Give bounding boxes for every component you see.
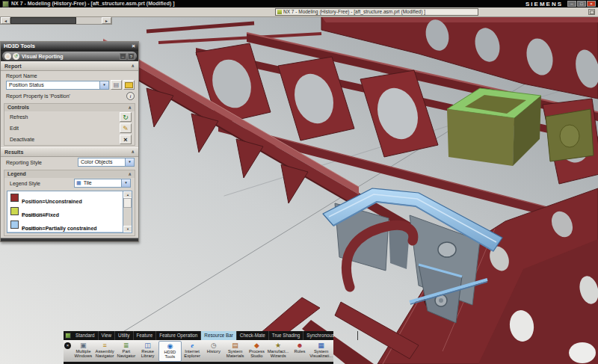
tab-feature-operation[interactable]: Feature Operation <box>156 331 201 340</box>
assembly-navigator-icon: ≡ <box>102 342 106 349</box>
reuse-library-icon: ◫ <box>144 342 151 349</box>
reset-icon[interactable]: ↺ <box>13 53 19 60</box>
process-studio-button[interactable]: ◆ Process Studio <box>246 341 268 362</box>
tab-utility[interactable]: Utility <box>115 331 133 340</box>
visual-reporting-bar: ⌂ ↺ Visual Reporting – ? <box>1 51 138 61</box>
dropdown-arrow-icon[interactable]: ▼ <box>121 179 130 187</box>
mdi-doc-icon <box>277 10 282 14</box>
panel-title: HD3D Tools <box>4 42 35 51</box>
panel-resize-handle[interactable] <box>1 238 138 241</box>
toolbar-tabs: Standard View Utility Feature Feature Op… <box>64 331 333 340</box>
color-swatch <box>10 207 19 215</box>
panel-titlebar[interactable]: HD3D Tools × <box>1 42 138 51</box>
tab-standard[interactable]: Standard <box>73 331 99 340</box>
legend-style-label: Legend Style <box>10 181 74 186</box>
collapse-icon[interactable]: ∧ <box>128 104 132 111</box>
color-swatch <box>10 194 19 202</box>
system-materials-icon: ▤ <box>232 342 238 349</box>
dropdown-arrow-icon[interactable]: ▼ <box>125 158 134 166</box>
mdi-child-title[interactable]: NX 7 - Modeling (History-Free) - [aft_st… <box>275 8 478 16</box>
tab-synchronous-modeling[interactable]: Synchronous Modeling <box>303 331 358 340</box>
part-navigator-icon: ≣ <box>123 342 129 349</box>
internet-explorer-icon: e <box>191 342 194 349</box>
app-titlebar: NX 7 - Modeling (History-Free) - [aft_st… <box>0 0 598 7</box>
section-controls[interactable]: Controls ∧ <box>4 104 135 111</box>
system-visualization-icon: ▦ <box>318 342 324 349</box>
hd3d-tools-button[interactable]: ◉ HD3D Tools <box>158 341 182 362</box>
visual-reporting-title: Visual Reporting <box>22 54 64 59</box>
process-studio-icon: ◆ <box>254 342 259 349</box>
controls-group: Controls ∧ Refresh ↻ Edit ✎ Deactivate × <box>4 103 135 146</box>
tab-resource-bar[interactable]: Resource Bar <box>201 331 237 340</box>
legend-group: Legend ∧ Legend Style ▦ Tile ▼ Position=… <box>4 170 135 236</box>
tab-view[interactable]: View <box>99 331 116 340</box>
legend-list[interactable]: Position=Unconstrained Count=316 Positio… <box>7 191 132 233</box>
scroll-left-button[interactable]: ◄ <box>1 17 10 24</box>
nx-tab-icon <box>65 333 71 339</box>
history-button[interactable]: ◷ History <box>203 341 225 362</box>
legend-style-select[interactable]: ▦ Tile ▼ <box>74 179 131 188</box>
mdi-title-text: NX 7 - Modeling (History-Free) - [aft_st… <box>283 9 425 15</box>
deactivate-button[interactable]: × <box>120 135 132 144</box>
reporting-style-select[interactable]: Color Objects ▼ <box>78 158 135 167</box>
section-results[interactable]: Results ∧ <box>1 147 138 157</box>
mdi-restore-icon[interactable] <box>588 9 595 15</box>
info-icon[interactable]: i <box>126 92 135 100</box>
refresh-button[interactable]: ↻ <box>120 112 132 122</box>
panel-close-icon[interactable]: × <box>132 42 135 51</box>
report-name-select[interactable]: Position Status ▼ <box>6 81 109 90</box>
legend-scrollbar[interactable]: ▲ ▼ <box>123 191 132 232</box>
multiple-windows-icon: ▣ <box>80 342 87 349</box>
multiple-windows-button[interactable]: ▣ Multiple Windows <box>73 341 94 362</box>
system-materials-button[interactable]: ▤ System Materials <box>224 341 246 362</box>
hd3d-tools-icon: ◉ <box>167 342 173 350</box>
toolbar-close-icon[interactable]: × <box>64 342 71 349</box>
legend-item-unconstrained[interactable]: Position=Unconstrained Count=316 <box>7 191 132 205</box>
home-icon[interactable]: ⌂ <box>4 53 11 60</box>
color-swatch <box>10 220 19 229</box>
manufacturing-wizards-button[interactable]: ★ Manufact... Wizards <box>268 341 289 362</box>
reuse-library-button[interactable]: ◫ Reuse Library <box>137 341 158 362</box>
legend-item-partially-constrained[interactable]: Position=Partially constrained Count=10 <box>7 218 132 232</box>
scrollbar-thumb[interactable] <box>123 198 132 208</box>
tile-icon: ▦ <box>76 179 81 187</box>
window-title: NX 7 - Modeling (History-Free) - [aft_st… <box>11 0 175 7</box>
toolbar-buttons: × ▣ Multiple Windows ≡ Assembly Navigato… <box>64 340 333 364</box>
roles-icon: ☻ <box>296 342 303 349</box>
collapse-icon[interactable]: ∧ <box>131 148 135 156</box>
manufacturing-wizards-icon: ★ <box>275 342 281 349</box>
tab-true-shading[interactable]: True Shading <box>269 331 304 340</box>
section-report[interactable]: Report ∧ <box>1 61 138 71</box>
collapse-icon[interactable]: ∧ <box>128 170 132 178</box>
minimize-button[interactable]: – <box>567 1 576 7</box>
restore-button[interactable]: □ <box>577 1 586 7</box>
report-name-label: Report Name <box>1 71 138 79</box>
tab-feature[interactable]: Feature <box>134 331 157 340</box>
nx-logo-icon <box>2 1 9 7</box>
part-navigator-button[interactable]: ≣ Part Navigator <box>116 341 138 362</box>
close-button[interactable]: × <box>587 1 596 7</box>
new-report-button[interactable]: ▤ <box>111 80 122 90</box>
dropdown-arrow-icon[interactable]: ▼ <box>99 81 108 89</box>
assembly-navigator-button[interactable]: ≡ Assembly Navigator <box>94 341 116 362</box>
panel-minimize-icon[interactable]: – <box>120 53 126 60</box>
reporting-style-label: Reporting Style <box>6 160 78 165</box>
top-scrollbar[interactable]: ◄ ► <box>0 16 112 25</box>
window-strip: NX 7 - Modeling (History-Free) - [aft_st… <box>0 7 598 17</box>
report-property-text: Report Property is 'Position' <box>6 93 126 99</box>
section-legend[interactable]: Legend ∧ <box>4 170 135 178</box>
scroll-right-button[interactable]: ► <box>102 17 111 24</box>
scroll-down-icon[interactable]: ▼ <box>123 226 132 232</box>
system-visualization-button[interactable]: ▦ System Visualizati... <box>310 341 332 362</box>
panel-help-icon[interactable]: ? <box>128 53 135 60</box>
scroll-up-icon[interactable]: ▲ <box>123 191 132 198</box>
edit-button[interactable]: ✎ <box>120 123 132 133</box>
scrollbar-handle[interactable] <box>10 17 76 24</box>
internet-explorer-button[interactable]: e Internet Explorer <box>182 341 203 362</box>
open-report-button[interactable] <box>123 80 135 90</box>
deactivate-label: Deactivate <box>7 137 120 142</box>
scrollbar-track[interactable] <box>76 17 102 24</box>
roles-button[interactable]: ☻ Roles <box>289 341 311 362</box>
collapse-icon[interactable]: ∧ <box>131 62 135 70</box>
tab-check-mate[interactable]: Check-Mate <box>237 331 269 340</box>
